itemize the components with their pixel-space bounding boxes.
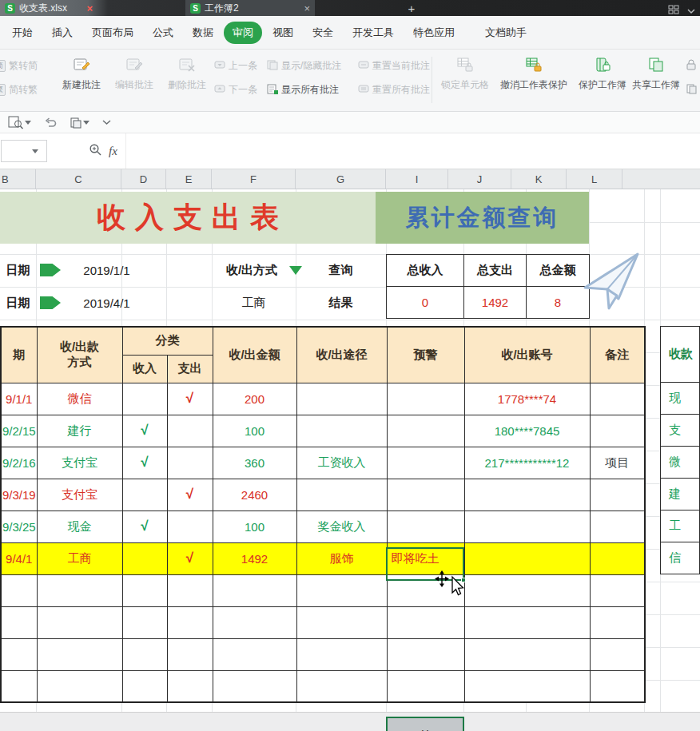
reset-all-comments-button[interactable]: 重置所有批注 xyxy=(358,83,430,97)
cell[interactable]: 9/1/1 xyxy=(1,383,37,415)
column-header-E[interactable]: E xyxy=(166,169,212,189)
reset-current-comment-button[interactable]: 重置当前批注 xyxy=(358,59,430,73)
cell[interactable] xyxy=(167,574,213,606)
cell[interactable] xyxy=(37,638,122,670)
traditional-to-simplified-button[interactable]: 简 繁转简 xyxy=(0,59,38,73)
cell[interactable] xyxy=(296,383,387,415)
menu-start[interactable]: 开始 xyxy=(3,22,42,44)
cell[interactable] xyxy=(213,638,296,670)
cell[interactable] xyxy=(37,606,122,638)
cell[interactable] xyxy=(590,415,645,447)
cell[interactable] xyxy=(167,447,213,479)
cell[interactable] xyxy=(590,511,645,542)
cell[interactable] xyxy=(464,606,590,638)
menu-doc-assistant[interactable]: 文档助手 xyxy=(476,22,535,44)
cell[interactable] xyxy=(167,415,213,447)
cell[interactable] xyxy=(464,542,590,574)
edit-comment-button[interactable]: 编辑批注 xyxy=(109,56,160,92)
fx-label[interactable]: fx xyxy=(109,145,117,158)
cell[interactable]: 217***********12 xyxy=(464,447,590,479)
formula-input[interactable] xyxy=(125,133,700,169)
cell[interactable]: 支付宝 xyxy=(37,447,122,479)
name-box-input[interactable] xyxy=(2,141,32,161)
column-header-I[interactable]: I xyxy=(386,169,448,189)
cell[interactable] xyxy=(387,606,464,638)
cell[interactable] xyxy=(296,670,387,702)
cell[interactable] xyxy=(167,511,213,542)
cell[interactable]: 2460 xyxy=(213,479,296,511)
cell[interactable]: 服饰 xyxy=(296,542,387,574)
column-header-H-selected[interactable]: H xyxy=(386,717,464,731)
cell[interactable] xyxy=(590,638,645,670)
close-tab-icon[interactable]: × xyxy=(304,3,310,14)
cell[interactable] xyxy=(464,479,590,511)
menu-dev-tools[interactable]: 开发工具 xyxy=(344,22,403,44)
show-hide-comments-button[interactable]: 显示/隐藏批注 xyxy=(267,59,341,73)
cell[interactable]: 支 xyxy=(661,415,700,447)
cell[interactable]: 100 xyxy=(213,415,296,447)
cell[interactable]: 工商 xyxy=(37,542,122,574)
cell[interactable] xyxy=(122,542,167,574)
protect-workbook-button[interactable]: 保护工作簿 xyxy=(574,56,631,92)
cell[interactable]: 100 xyxy=(213,511,296,542)
menu-formula[interactable]: 公式 xyxy=(144,22,182,44)
cell[interactable] xyxy=(590,574,645,606)
cell[interactable] xyxy=(296,574,387,606)
cell[interactable]: 9/3/19 xyxy=(1,479,37,511)
cell[interactable] xyxy=(590,670,645,702)
cell[interactable] xyxy=(387,638,464,670)
cell[interactable] xyxy=(464,670,590,702)
cell[interactable] xyxy=(387,670,464,702)
column-header-K[interactable]: K xyxy=(511,169,567,189)
cell[interactable] xyxy=(590,479,645,511)
cell[interactable]: 1492 xyxy=(213,542,296,574)
cell[interactable]: 微信 xyxy=(37,383,122,415)
cell[interactable]: 现金 xyxy=(37,511,122,542)
column-header-L[interactable]: L xyxy=(567,169,622,189)
cell[interactable] xyxy=(213,670,296,702)
header-date[interactable]: 期 xyxy=(1,327,37,383)
cell[interactable] xyxy=(387,447,464,479)
cell[interactable]: 9/2/16 xyxy=(1,447,37,479)
cell[interactable] xyxy=(296,415,387,447)
simplified-to-traditional-button[interactable]: 繁 简转繁 xyxy=(0,83,38,97)
cell[interactable]: 支付宝 xyxy=(37,479,122,511)
method-value[interactable]: 工商 xyxy=(212,287,296,320)
cell[interactable] xyxy=(122,670,167,702)
cell[interactable] xyxy=(167,606,213,638)
header-income[interactable]: 收入 xyxy=(122,355,167,383)
column-header-J[interactable]: J xyxy=(448,169,511,189)
cell[interactable]: 工 xyxy=(661,511,700,542)
cell[interactable] xyxy=(1,606,37,638)
cell[interactable] xyxy=(296,638,387,670)
cell[interactable]: 项目 xyxy=(590,447,645,479)
cell[interactable]: √ xyxy=(167,383,213,415)
cell[interactable]: 180****7845 xyxy=(464,415,590,447)
header-warning[interactable]: 预警 xyxy=(387,327,464,383)
cell[interactable]: 微 xyxy=(661,447,700,479)
cell[interactable] xyxy=(590,542,645,574)
cell[interactable] xyxy=(296,606,387,638)
cell[interactable]: 9/2/15 xyxy=(1,415,37,447)
menu-data[interactable]: 数据 xyxy=(184,22,222,44)
cell[interactable]: 1778****74 xyxy=(464,383,590,415)
menu-review[interactable]: 审阅 xyxy=(224,22,262,44)
header-category[interactable]: 分类 xyxy=(122,327,213,355)
cell[interactable] xyxy=(213,574,296,606)
cell[interactable] xyxy=(387,383,464,415)
cell[interactable] xyxy=(296,479,387,511)
cell[interactable] xyxy=(590,606,645,638)
delete-comment-button[interactable]: 删除批注 xyxy=(161,56,213,92)
cell[interactable] xyxy=(122,606,167,638)
cell[interactable]: √ xyxy=(122,415,167,447)
cell[interactable]: 9/4/1 xyxy=(1,542,37,574)
cell[interactable] xyxy=(1,638,37,670)
menu-view[interactable]: 视图 xyxy=(264,22,302,44)
cell[interactable]: 信 xyxy=(661,542,700,574)
cell[interactable] xyxy=(387,511,464,542)
cell[interactable] xyxy=(1,574,37,606)
document-tab-active[interactable]: S 收支表.xlsx × xyxy=(0,0,97,16)
cell[interactable] xyxy=(167,638,213,670)
collapse-ribbon-button[interactable] xyxy=(102,120,111,125)
cell[interactable]: 奖金收入 xyxy=(296,511,387,542)
